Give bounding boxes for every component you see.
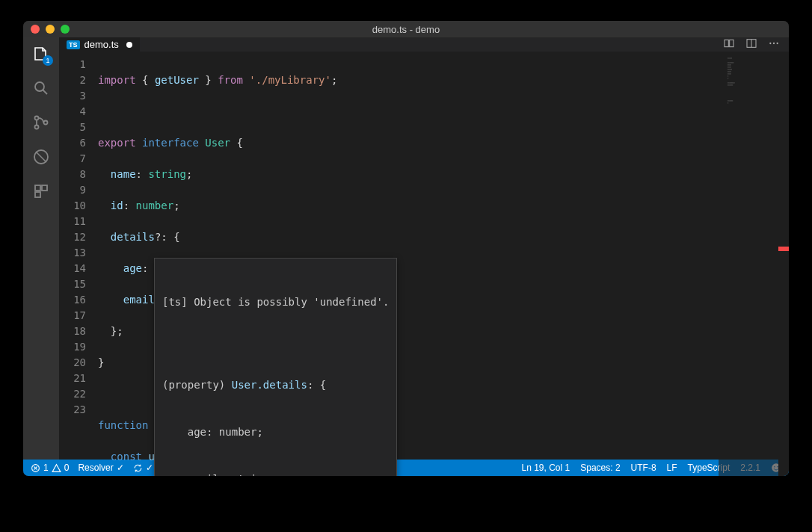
error-marker-icon[interactable] xyxy=(778,247,789,251)
titlebar[interactable]: demo.ts - demo xyxy=(23,21,789,37)
vertical-scrollbar[interactable] xyxy=(778,52,789,476)
svg-point-1 xyxy=(35,117,39,120)
tab-demo-ts[interactable]: TS demo.ts xyxy=(59,37,141,52)
editor-actions xyxy=(723,37,789,52)
svg-rect-5 xyxy=(35,185,40,191)
svg-point-0 xyxy=(35,82,44,91)
unsaved-indicator-icon xyxy=(126,42,132,48)
debug-icon[interactable] xyxy=(31,146,52,167)
extensions-icon[interactable] xyxy=(31,181,52,202)
editor-body: 1 TS demo.ts xyxy=(23,37,789,460)
more-actions-icon[interactable] xyxy=(768,37,780,52)
window-controls xyxy=(23,25,70,34)
svg-point-2 xyxy=(35,126,39,129)
activity-bar: 1 xyxy=(23,37,59,460)
line-number-gutter: 1234567891011121314151617181920212223 xyxy=(59,52,98,476)
tab-bar: TS demo.ts xyxy=(59,37,789,52)
tab-filename: demo.ts xyxy=(84,39,119,50)
search-icon[interactable] xyxy=(31,78,52,99)
svg-rect-9 xyxy=(730,40,733,46)
explorer-icon[interactable]: 1 xyxy=(31,43,52,64)
minimize-window-button[interactable] xyxy=(46,25,55,34)
svg-rect-7 xyxy=(35,192,40,197)
typescript-file-icon: TS xyxy=(67,40,80,49)
source-control-icon[interactable] xyxy=(31,112,52,133)
minimap[interactable]: ▄▄▄▄▄▄▄▄▄▄▄▄▄▄▄▄▄▄▄▄▄▄▄▄▄▄▄▄▄▄▄▄▄▄▄▄▄▄▄▄… xyxy=(719,52,778,476)
error-icon xyxy=(31,463,40,473)
zoom-window-button[interactable] xyxy=(61,25,70,34)
compare-icon[interactable] xyxy=(723,37,735,52)
svg-point-3 xyxy=(44,121,48,125)
code-content[interactable]: import { getUser } from './myLibrary'; e… xyxy=(98,52,719,476)
svg-rect-8 xyxy=(725,40,728,46)
window-title: demo.ts - demo xyxy=(23,24,789,35)
svg-rect-6 xyxy=(42,185,47,191)
close-window-button[interactable] xyxy=(31,25,40,34)
hover-error-message: [ts] Object is possibly 'undefined'. xyxy=(162,294,389,310)
split-editor-icon[interactable] xyxy=(745,37,757,52)
code-editor[interactable]: 1234567891011121314151617181920212223 im… xyxy=(59,52,789,476)
editor-window: demo.ts - demo 1 TS xyxy=(23,21,789,476)
svg-point-11 xyxy=(769,43,771,44)
svg-point-12 xyxy=(773,43,775,44)
svg-point-13 xyxy=(777,43,778,44)
explorer-badge: 1 xyxy=(43,55,53,66)
hover-tooltip: [ts] Object is possibly 'undefined'. (pr… xyxy=(154,258,397,476)
main-editor-area: TS demo.ts 12345678910111213141516171819… xyxy=(59,37,789,460)
